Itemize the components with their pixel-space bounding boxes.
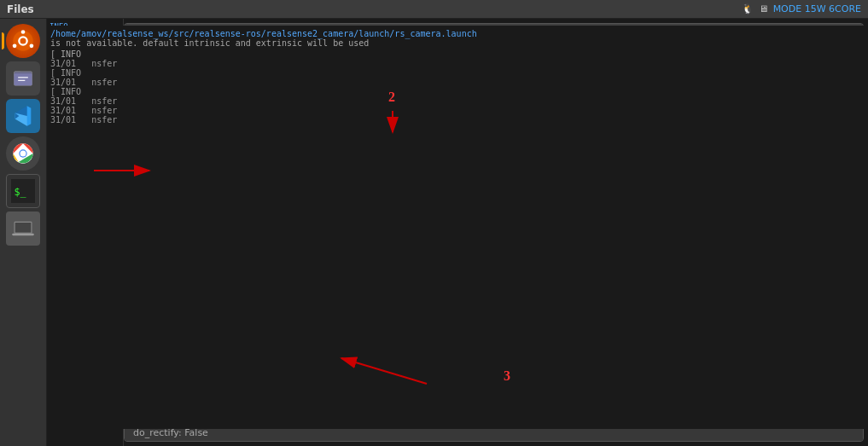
terminal-icon: $_ [11, 179, 35, 203]
taskbar-icon-vscode[interactable] [6, 99, 40, 133]
taskbar: $_ [0, 19, 47, 446]
chrome-icon [11, 142, 35, 165]
vscode-icon [11, 104, 35, 128]
taskbar-icon-ubuntu[interactable] [6, 24, 40, 58]
svg-rect-17 [12, 234, 34, 235]
svg-text:$_: $_ [15, 186, 27, 198]
taskbar-icon-chrome[interactable] [6, 136, 40, 171]
svg-point-3 [30, 44, 34, 49]
taskbar-icon-terminal[interactable]: $_ [6, 174, 40, 208]
svg-point-2 [21, 30, 26, 34]
laptop-icon [11, 217, 35, 240]
taskbar-icon-laptop[interactable] [6, 211, 40, 246]
files-icon [11, 67, 35, 90]
svg-rect-7 [15, 73, 32, 85]
svg-rect-16 [15, 223, 32, 233]
taskbar-icon-files[interactable] [6, 61, 40, 96]
ubuntu-logo-icon [11, 29, 35, 53]
svg-point-4 [13, 44, 17, 49]
title-bar-label: Files [7, 3, 34, 15]
svg-point-12 [20, 151, 26, 157]
